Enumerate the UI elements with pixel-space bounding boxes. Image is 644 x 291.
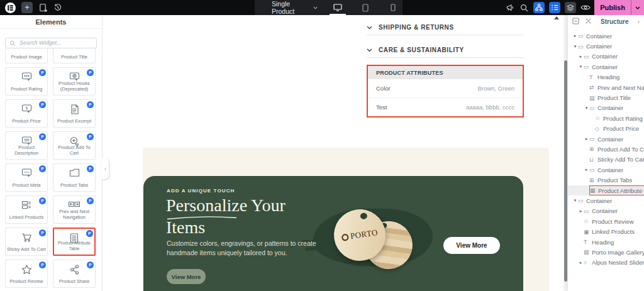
tree-toggle-arrow[interactable]: ▾ bbox=[572, 44, 578, 49]
tree-item-label: Product Rating bbox=[603, 115, 643, 122]
collapse-all-button[interactable] bbox=[572, 16, 579, 27]
structure-item-container-3[interactable]: ▾ ▭ Container bbox=[568, 62, 644, 72]
publish-options-caret[interactable] bbox=[631, 6, 644, 9]
widget-card-product-rating[interactable]: P Product Rating bbox=[5, 67, 48, 96]
structure-item-container-13[interactable]: ▸ ▭ Container bbox=[568, 165, 644, 175]
sitemap-icon bbox=[535, 4, 543, 11]
attributes-table-header: PRODUCT ATTRIBUTES bbox=[368, 66, 523, 79]
site-structure-button[interactable] bbox=[533, 2, 545, 13]
structure-item-product-review-18[interactable]: ☆ Product Review bbox=[568, 216, 644, 226]
widget-card-product-add-to-cart[interactable]: P Product Add To Cart bbox=[53, 131, 96, 160]
structure-item-sticky-add-to-cart-12[interactable]: ⊔ Sticky Add To Cart bbox=[568, 155, 644, 165]
structure-item-container-16[interactable]: ▾ ▭ Container bbox=[568, 195, 644, 206]
scrollbar-thumb[interactable] bbox=[564, 60, 567, 282]
finder-button[interactable] bbox=[519, 3, 529, 13]
vertical-scrollbar[interactable] bbox=[564, 15, 568, 291]
widget-card-linked-products[interactable]: P Linked Products bbox=[5, 195, 48, 224]
widget-card-product-attribute-table[interactable]: P Product Attribute Table bbox=[53, 228, 96, 256]
document-type-switcher[interactable]: Single Product bbox=[272, 0, 318, 15]
tree-toggle-arrow[interactable]: ▸ bbox=[578, 260, 584, 265]
tree-item-label: Container bbox=[592, 53, 618, 60]
widget-card-prev-and-next-navigation[interactable]: P Prev and Next Navigation bbox=[53, 195, 96, 224]
tree-item-label: Container bbox=[586, 43, 612, 50]
preview-button[interactable] bbox=[580, 4, 591, 11]
structure-toggle-button[interactable] bbox=[565, 2, 576, 13]
structure-item-product-add-to-cart-11[interactable]: ⊕ Product Add To Cart bbox=[568, 144, 644, 154]
widget-card-product-excerpt[interactable]: P Product Excerpt bbox=[53, 99, 96, 128]
structure-item-heading-4[interactable]: T Heading bbox=[568, 72, 644, 82]
elementor-logo[interactable] bbox=[5, 3, 16, 13]
tree-toggle-arrow[interactable]: ▸ bbox=[572, 33, 578, 38]
structure-item-product-tabs-14[interactable]: ⊞ Product Tabs bbox=[568, 175, 644, 185]
structure-item-linked-products-19[interactable]: ▣ Linked Products bbox=[568, 226, 644, 236]
navigator-list-button[interactable] bbox=[549, 2, 560, 13]
search-icon bbox=[519, 3, 529, 13]
widget-card-product-image[interactable]: P Product Image bbox=[5, 48, 48, 63]
device-tab-tablet[interactable] bbox=[356, 0, 375, 15]
structure-item-product-rating-8[interactable]: ☆ Product Rating bbox=[568, 113, 644, 123]
history-button[interactable] bbox=[53, 3, 62, 12]
banner-body-text: Customize colors, engravings, or pattern… bbox=[167, 239, 316, 258]
structure-item-container-1[interactable]: ▾ ▭ Container bbox=[568, 41, 644, 51]
tree-toggle-arrow[interactable]: ▾ bbox=[578, 64, 584, 69]
structure-item-product-price-9[interactable]: ◇ Product Price bbox=[568, 124, 644, 134]
widget-card-sticky-add-to-cart[interactable]: P Sticky Add To Cart bbox=[5, 228, 48, 256]
structure-item-prev-and-next-navigation-5[interactable]: ⇄ Prev and Next Navigation bbox=[568, 82, 644, 92]
panel-collapse-handle[interactable]: ‹ bbox=[102, 158, 109, 179]
editor-canvas: SHIPPING & RETURNS CARE & SUSTAINABILITY… bbox=[103, 15, 564, 291]
accordion-label: CARE & SUSTAINABILITY bbox=[379, 47, 464, 53]
device-tab-desktop[interactable] bbox=[328, 0, 347, 15]
widget-label: Product Excerpt bbox=[56, 119, 92, 128]
structure-item-product-title-6[interactable]: ▤ Product Title bbox=[568, 92, 644, 102]
accordion-item-care[interactable]: CARE & SUSTAINABILITY bbox=[367, 43, 524, 58]
product-attributes-table-selected[interactable]: PRODUCT ATTRIBUTES Color Brown, Green Te… bbox=[367, 65, 524, 118]
widget-card-product-tabs[interactable]: P Product Tabs bbox=[53, 163, 96, 192]
add-element-button[interactable]: + bbox=[21, 2, 33, 13]
mobile-icon bbox=[391, 4, 396, 11]
device-tab-mobile[interactable] bbox=[384, 0, 402, 15]
history-icon bbox=[53, 3, 62, 12]
tree-toggle-arrow[interactable]: ▾ bbox=[584, 106, 589, 111]
widget-card-product-meta[interactable]: P Product Meta bbox=[5, 163, 48, 192]
search-widget-input[interactable] bbox=[5, 38, 97, 48]
widget-label: Prev and Next Navigation bbox=[53, 209, 95, 223]
tree-item-label: Heading bbox=[592, 239, 614, 246]
widget-card-product-hooks-deprecated[interactable]: P Product Hooks (Deprecated) bbox=[53, 67, 96, 96]
expand-arrows-button[interactable] bbox=[585, 16, 592, 27]
whats-new-button[interactable] bbox=[506, 3, 515, 13]
structure-item-alpus-nested-slider-22[interactable]: ▸ ○ Alpus Nested Slider bbox=[568, 258, 644, 268]
structure-item-container-17[interactable]: ▸ ▭ Container bbox=[568, 206, 644, 216]
structure-item-container-7[interactable]: ▾ ▭ Container bbox=[568, 103, 644, 113]
view-more-button-secondary[interactable]: View More bbox=[443, 237, 500, 254]
tree-toggle-arrow[interactable]: ▸ bbox=[578, 54, 584, 59]
publish-button[interactable]: Publish bbox=[594, 0, 644, 15]
tree-toggle-arrow[interactable]: ▾ bbox=[572, 198, 578, 203]
widget-grid: P Product Image P Product Title P Produc… bbox=[0, 48, 102, 291]
tree-toggle-arrow[interactable]: ▸ bbox=[584, 136, 589, 141]
structure-item-heading-20[interactable]: T Heading bbox=[568, 237, 644, 247]
widget-card-product-share[interactable]: P Product Share bbox=[53, 260, 96, 288]
close-panel-chevron-icon[interactable]: › bbox=[638, 18, 640, 25]
layers-icon bbox=[567, 4, 574, 11]
tree-toggle-arrow[interactable]: ▸ bbox=[584, 167, 589, 172]
widget-card-product-price[interactable]: $ P Product Price bbox=[5, 99, 48, 128]
structure-item-product-attribute-table-15[interactable]: ▦ Product Attribute Table bbox=[568, 185, 644, 195]
document-type-label: Single Product bbox=[272, 0, 310, 15]
container-icon: ▭ bbox=[584, 208, 592, 214]
accordion-item-shipping[interactable]: SHIPPING & RETURNS bbox=[367, 20, 524, 35]
widget-card-product-title[interactable]: P Product Title bbox=[53, 48, 96, 63]
chevron-down-icon bbox=[367, 48, 372, 52]
view-more-button-primary[interactable]: View More bbox=[167, 269, 206, 284]
widget-card-product-description[interactable]: P Product Description bbox=[5, 131, 48, 160]
linked-icon: ▣ bbox=[584, 229, 592, 235]
widget-label: Sticky Add To Cart bbox=[6, 247, 47, 256]
structure-item-container-0[interactable]: ▸ ▭ Container bbox=[568, 31, 644, 41]
table-row: Test aaaaa, bbbb, cccc bbox=[368, 98, 523, 116]
widget-card-product-review[interactable]: P Product Review bbox=[5, 260, 48, 288]
structure-item-porto-image-gallery-21[interactable]: ▨ Porto Image Gallery bbox=[568, 247, 644, 257]
structure-item-container-2[interactable]: ▸ ▭ Container bbox=[568, 52, 644, 62]
pro-badge: P bbox=[39, 101, 46, 108]
page-settings-button[interactable] bbox=[38, 3, 48, 13]
tree-toggle-arrow[interactable]: ▸ bbox=[578, 209, 584, 214]
structure-item-container-10[interactable]: ▸ ▭ Container bbox=[568, 134, 644, 144]
